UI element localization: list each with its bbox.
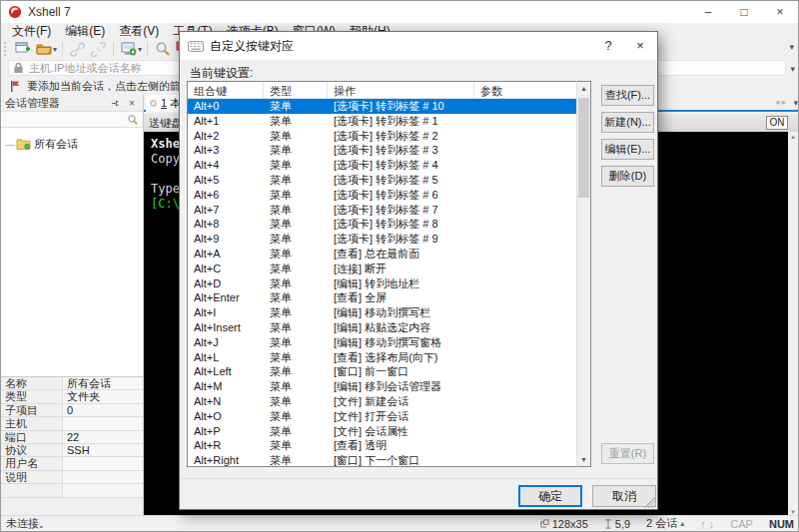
table-row[interactable]: Alt+A 菜单 [查看] 总在最前面 <box>188 247 576 262</box>
new-button[interactable]: 新建(N)... <box>601 112 654 133</box>
cell-type: 菜单 <box>264 379 328 394</box>
addressbar-overflow-icon[interactable]: ▾ <box>790 64 795 74</box>
table-row[interactable]: Alt+O 菜单 [文件] 打开会话 <box>188 409 576 424</box>
table-row[interactable]: Alt+1 菜单 [选项卡] 转到标签 # 1 <box>188 114 576 129</box>
minimize-button[interactable]: – <box>690 1 726 23</box>
toolbar-separator <box>62 42 63 56</box>
session-search-input[interactable] <box>1 111 143 128</box>
table-row[interactable]: Alt+D 菜单 [编辑] 转到地址栏 <box>188 276 576 291</box>
menu-item[interactable]: 文件(F) <box>5 23 58 39</box>
open-folder-dropdown-icon[interactable]: ▾ <box>53 45 57 54</box>
toolbar-overflow-icon[interactable]: ▾ <box>789 42 794 52</box>
table-row[interactable]: Alt+3 菜单 [选项卡] 转到标签 # 3 <box>188 143 576 158</box>
table-row[interactable]: Alt+J 菜单 [编辑] 移动到撰写窗格 <box>188 335 576 350</box>
cell-key: Alt+9 <box>188 232 264 247</box>
dialog-help-button[interactable]: ? <box>593 32 623 60</box>
table-row[interactable]: Alt+8 菜单 [选项卡] 转到标签 # 8 <box>188 217 576 232</box>
close-button[interactable]: × <box>762 1 798 23</box>
column-header-type[interactable]: 类型 <box>264 82 328 98</box>
cell-param <box>474 173 576 188</box>
session-dialog-icon[interactable] <box>120 41 137 58</box>
reset-button[interactable]: 重置(R) <box>601 443 654 464</box>
table-row[interactable]: Alt+7 菜单 [选项卡] 转到标签 # 7 <box>188 203 576 218</box>
cell-action: [选项卡] 转到标签 # 2 <box>328 129 474 144</box>
cell-type: 菜单 <box>264 262 328 276</box>
panel-close-icon[interactable]: × <box>125 98 139 109</box>
window-title: Xshell 7 <box>28 5 71 19</box>
cell-param <box>474 143 576 158</box>
maximize-button[interactable]: □ <box>726 1 762 23</box>
edit-button[interactable]: 编辑(E)... <box>601 139 654 160</box>
cell-key: Alt+8 <box>188 217 264 232</box>
cell-action: [选项卡] 转到标签 # 10 <box>328 99 474 114</box>
open-folder-icon[interactable] <box>35 41 52 58</box>
dialog-resize-grip[interactable] <box>644 496 656 508</box>
session-manager-panel: 会话管理器 × — 所有会话 名称 <box>1 95 144 517</box>
table-row[interactable]: Alt+9 菜单 [选项卡] 转到标签 # 9 <box>188 232 576 247</box>
new-session-icon[interactable] <box>14 41 31 58</box>
table-row[interactable]: Alt+4 菜单 [选项卡] 转到标签 # 4 <box>188 158 576 173</box>
disconnect-icon[interactable] <box>90 41 107 58</box>
table-header: 组合键 类型 操作 参数 <box>188 82 576 99</box>
cell-type: 菜单 <box>264 305 328 320</box>
dialog-close-button[interactable]: × <box>625 32 655 60</box>
session-count[interactable]: 2 会话 ▴ <box>646 516 684 531</box>
cell-type: 菜单 <box>264 364 328 379</box>
session-dialog-dropdown-icon[interactable]: ▾ <box>138 45 142 54</box>
connect-icon[interactable] <box>69 41 86 58</box>
ok-button[interactable]: 确定 <box>518 485 582 507</box>
column-header-key[interactable]: 组合键 <box>188 82 264 98</box>
table-row[interactable]: Alt+Left 菜单 [窗口] 前一窗口 <box>188 364 576 379</box>
table-row[interactable]: Alt+Enter 菜单 [查看] 全屏 <box>188 290 576 305</box>
table-row[interactable]: Alt+C 菜单 [连接] 断开 <box>188 262 576 276</box>
find-button[interactable]: 查找(F)... <box>601 85 654 106</box>
table-row[interactable]: Alt+P 菜单 [文件] 会话属性 <box>188 424 576 439</box>
menu-item[interactable]: 编辑(E) <box>58 23 112 39</box>
property-row: 用户名 <box>1 457 143 470</box>
cell-key: Alt+4 <box>188 158 264 173</box>
table-row[interactable]: Alt+0 菜单 [选项卡] 转到标签 # 10 <box>188 99 576 114</box>
column-header-param[interactable]: 参数 <box>474 82 576 98</box>
cell-type: 菜单 <box>264 99 328 114</box>
terminal-size-indicator: 128x35 <box>540 518 588 530</box>
table-row[interactable]: Alt+Insert 菜单 [编辑] 粘贴选定内容 <box>188 320 576 335</box>
cell-param <box>474 305 576 320</box>
table-row[interactable]: Alt+L 菜单 [查看] 选择布局(向下) <box>188 350 576 365</box>
table-row[interactable]: Alt+Right 菜单 [窗口] 下一个窗口 <box>188 453 576 467</box>
table-row[interactable]: Alt+M 菜单 [编辑] 移到会话管理器 <box>188 379 576 394</box>
find-icon[interactable] <box>154 41 171 58</box>
table-row[interactable]: Alt+2 菜单 [选项卡] 转到标签 # 2 <box>188 129 576 144</box>
tree-item-all-sessions[interactable]: — 所有会话 <box>1 136 143 152</box>
menu-item[interactable]: 查看(V) <box>112 23 166 39</box>
table-row[interactable]: Alt+N 菜单 [文件] 新建会话 <box>188 394 576 409</box>
dialog-separator <box>180 478 657 479</box>
table-scrollbar[interactable]: ▴ ▾ <box>576 81 591 467</box>
delete-button[interactable]: 删除(D) <box>601 166 654 187</box>
send-keyboard-on-button[interactable]: ON <box>766 116 788 130</box>
table-row[interactable]: Alt+R 菜单 [查看] 透明 <box>188 438 576 453</box>
pin-icon[interactable] <box>111 99 125 108</box>
cell-action: [编辑] 移到会话管理器 <box>328 379 474 394</box>
cell-key: Alt+P <box>188 424 264 439</box>
scroll-up-icon[interactable]: ▴ <box>788 133 798 141</box>
table-row[interactable]: Alt+5 菜单 [选项卡] 转到标签 # 5 <box>188 173 576 188</box>
table-scroll-down-icon[interactable]: ▾ <box>577 455 590 464</box>
table-row[interactable]: Alt+6 菜单 [选项卡] 转到标签 # 6 <box>188 188 576 203</box>
property-value: 22 <box>63 431 143 443</box>
property-label <box>1 484 63 496</box>
scroll-arrows[interactable]: ↑↓ <box>700 518 714 530</box>
tree-item-label: 所有会话 <box>34 137 78 152</box>
tab-overflow-icon[interactable]: ▾ <box>793 98 798 108</box>
table-row[interactable]: Alt+I 菜单 [编辑] 移动到撰写栏 <box>188 305 576 320</box>
cell-action: [窗口] 前一窗口 <box>328 364 474 379</box>
cell-type: 菜单 <box>264 247 328 262</box>
tab-scroll-left-icon[interactable]: ◂▸ <box>775 97 788 107</box>
terminal-scrollbar[interactable]: ▴ ▾ <box>788 132 798 517</box>
column-header-action[interactable]: 操作 <box>328 82 474 98</box>
cell-action: [查看] 总在最前面 <box>328 247 474 262</box>
cell-param <box>474 320 576 335</box>
property-row: 类型 文件夹 <box>1 390 143 403</box>
table-scroll-up-icon[interactable]: ▴ <box>577 84 590 93</box>
table-scrollbar-thumb[interactable] <box>578 98 589 198</box>
cell-action: [选项卡] 转到标签 # 7 <box>328 203 474 218</box>
